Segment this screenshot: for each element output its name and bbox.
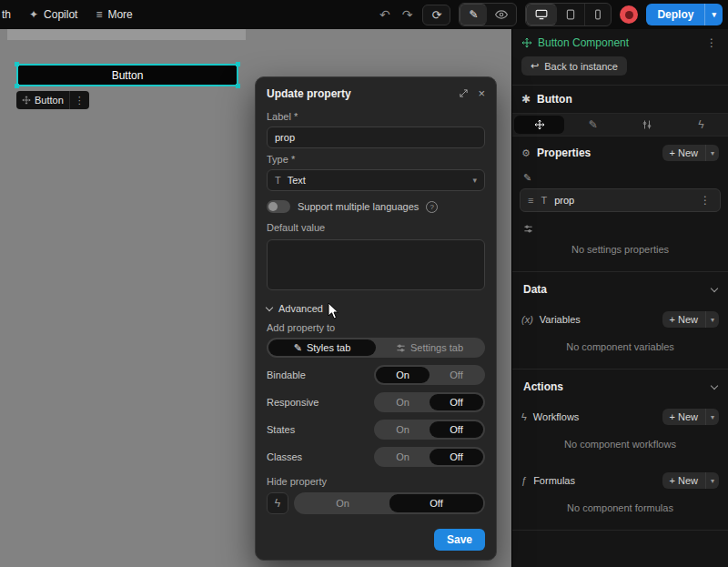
multilang-row: Support multiple languages ? [267,200,485,213]
multilang-toggle[interactable] [267,200,290,213]
new-workflow-button[interactable]: + New [662,409,706,425]
states-on-option[interactable]: On [376,421,430,438]
drag-handle-icon[interactable]: ≡ [528,195,533,206]
sidebar-header: Button Component ⋮ [512,29,728,55]
tab-component[interactable] [514,116,564,134]
component-menu-button[interactable]: ⋮ [704,36,719,49]
topbar-width-item[interactable]: th [0,5,13,25]
new-variable-dropdown[interactable]: ▾ [706,311,719,328]
deploy-dropdown-button[interactable]: ▾ [704,4,723,25]
multilang-label: Support multiple languages [298,201,419,212]
sliders-vertical-icon [642,119,652,130]
tablet-view-button[interactable] [557,4,585,25]
chevron-down-icon: ▾ [711,149,714,157]
bolt-icon: ϟ [521,411,527,422]
more-button[interactable]: ≡ More [94,5,134,25]
more-label: More [107,8,132,21]
tablet-icon [565,9,576,20]
topbar-right: ↶ ↷ ⟳ ✎ Deploy ▾ [378,3,723,26]
classes-on-option[interactable]: On [376,449,430,465]
sidebar-spacer [512,531,728,567]
canvas-button-element[interactable]: Button [16,64,238,86]
sliders-icon [523,224,533,234]
selection-handle[interactable] [15,84,19,88]
modal-footer: Save [256,523,496,560]
bindable-on-option[interactable]: On [376,367,430,383]
sparkle-icon: ✦ [29,8,38,21]
data-section-header[interactable]: Data [512,272,728,305]
responsive-off-option[interactable]: Off [430,394,483,410]
selection-handle[interactable] [15,62,19,66]
bindable-onoff: On Off [374,365,485,385]
chip-menu-button[interactable]: ⋮ [69,91,89,109]
styles-tab-option[interactable]: ✎ Styles tab [268,339,376,356]
workspace: Button Button ⋮ Update property × Label … [0,29,728,567]
new-formula-dropdown[interactable]: ▾ [706,472,719,489]
new-property-dropdown[interactable]: ▾ [706,145,719,161]
close-dialog-button[interactable]: × [478,86,485,100]
states-row: States On Off [267,420,485,440]
actions-section-header[interactable]: Actions [512,370,728,402]
record-button[interactable] [620,5,638,24]
data-title: Data [523,283,547,296]
advanced-section-toggle[interactable]: Advanced [267,303,485,314]
hide-property-label: Hide property [267,476,485,487]
selection-handle[interactable] [236,84,240,88]
default-value-label: Default value [267,222,485,233]
classes-row: Classes On Off [267,447,485,467]
empty-variables: No component variables [512,334,728,369]
add-property-to-label: Add property to [267,322,485,333]
settings-tab-option[interactable]: Settings tab [376,339,483,356]
undo-button[interactable]: ↶ [378,7,392,22]
new-property-button[interactable]: + New [662,145,706,161]
hide-off-option[interactable]: Off [389,494,483,512]
back-to-instance-button[interactable]: ↩ Back to instance [521,56,627,76]
properties-title: Properties [537,147,591,159]
bindable-off-option[interactable]: Off [430,367,483,383]
new-variable-button[interactable]: + New [662,311,706,328]
states-off-option[interactable]: Off [430,421,483,438]
new-formula-label: New [678,475,698,486]
sync-icon: ⟳ [431,8,441,22]
formula-bind-button[interactable]: ϟ [267,492,288,514]
phone-view-button[interactable] [585,4,611,25]
label-input[interactable] [267,127,485,148]
empty-workflows: No component workflows [512,431,728,466]
preview-mode-button[interactable] [487,4,516,25]
desktop-view-button[interactable] [526,4,557,25]
states-onoff: On Off [374,420,485,440]
copilot-label: Copilot [44,8,77,21]
expand-dialog-button[interactable] [459,88,469,98]
save-button[interactable]: Save [434,529,485,551]
selected-element-chip[interactable]: Button ⋮ [16,91,89,109]
pencil-icon: ✎ [294,342,302,354]
help-icon[interactable]: ? [426,201,438,213]
property-item-prop[interactable]: ≡ T prop ⋮ [520,188,721,212]
formulas-row: ƒ Formulas + New ▾ [512,466,728,495]
redo-button[interactable]: ↷ [400,7,415,22]
variables-label: Variables [540,314,581,325]
tab-styles[interactable]: ✎ [568,116,618,134]
sync-button[interactable]: ⟳ [422,5,450,25]
tab-actions[interactable]: ϟ [676,116,726,134]
chevron-down-icon: ▾ [711,413,714,421]
text-type-icon: T [541,195,547,206]
deploy-button[interactable]: Deploy [646,4,704,25]
deploy-split-button: Deploy ▾ [646,4,723,25]
type-select[interactable]: T Text ▾ [267,169,485,191]
hide-on-option[interactable]: On [296,494,389,512]
default-value-textarea[interactable] [267,239,485,290]
property-menu-button[interactable]: ⋮ [698,194,713,207]
edit-mode-button[interactable]: ✎ [460,4,487,25]
new-formula-button[interactable]: + New [662,472,706,489]
new-workflow-dropdown[interactable]: ▾ [706,409,719,425]
property-name: prop [554,195,691,206]
selection-handle[interactable] [236,62,240,66]
classes-off-option[interactable]: Off [430,449,483,465]
copilot-button[interactable]: ✦ Copilot [27,5,79,25]
element-row[interactable]: ✱ Button [512,86,728,113]
responsive-on-option[interactable]: On [376,394,430,410]
settings-tab-label: Settings tab [410,342,463,353]
tab-settings[interactable] [622,116,672,134]
chevron-down-icon: ▾ [711,316,714,324]
